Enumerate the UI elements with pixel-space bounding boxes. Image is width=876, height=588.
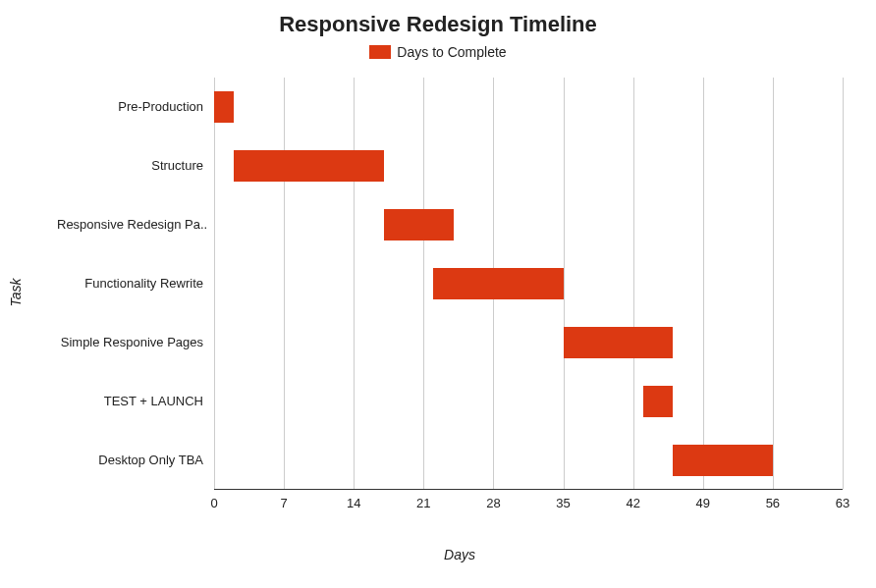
category-label: Desktop Only TBA [57, 453, 209, 467]
category-label: TEST + LAUNCH [57, 394, 209, 408]
category-label: Structure [57, 158, 209, 173]
gridline [633, 78, 634, 489]
x-tick-label: 14 [347, 496, 360, 510]
y-axis-title: Task [8, 278, 24, 306]
x-tick-label: 0 [210, 496, 217, 510]
legend-label: Days to Complete [397, 44, 506, 60]
gridline [284, 78, 285, 489]
gridline [214, 78, 215, 489]
gantt-bar [234, 150, 383, 182]
x-tick-label: 56 [766, 496, 780, 510]
gantt-bar [643, 386, 673, 417]
gantt-bar [214, 91, 234, 123]
gridline [354, 78, 355, 489]
plot-wrap: Pre-ProductionStructureResponsive Redesi… [57, 78, 862, 562]
gantt-bar [433, 268, 563, 299]
category-label: Pre-Production [57, 99, 209, 114]
gridline [564, 78, 565, 489]
chart-legend: Days to Complete [8, 43, 868, 60]
x-axis-title: Days [57, 547, 862, 562]
gridline [703, 78, 704, 489]
gantt-bar [384, 209, 454, 241]
x-tick-label: 35 [556, 496, 570, 510]
gridline [423, 78, 424, 489]
x-tick-label: 49 [696, 496, 710, 510]
x-tick-label: 7 [280, 496, 287, 510]
plot-area [214, 78, 843, 490]
category-label: Responsive Redesign Pa.. [57, 217, 209, 232]
category-label: Functionality Rewrite [57, 276, 209, 291]
gantt-chart: Responsive Redesign Timeline Days to Com… [8, 8, 868, 580]
x-tick-label: 21 [416, 496, 430, 510]
x-tick-label: 28 [486, 496, 500, 510]
gantt-bar [564, 327, 674, 358]
gantt-bar [673, 445, 773, 476]
x-tick-label: 63 [836, 496, 849, 510]
gridline [843, 78, 844, 489]
legend-swatch [369, 45, 391, 59]
gridline [773, 78, 774, 489]
category-label: Simple Responive Pages [57, 335, 209, 349]
chart-title: Responsive Redesign Timeline [8, 12, 868, 37]
x-tick-label: 42 [626, 496, 639, 510]
